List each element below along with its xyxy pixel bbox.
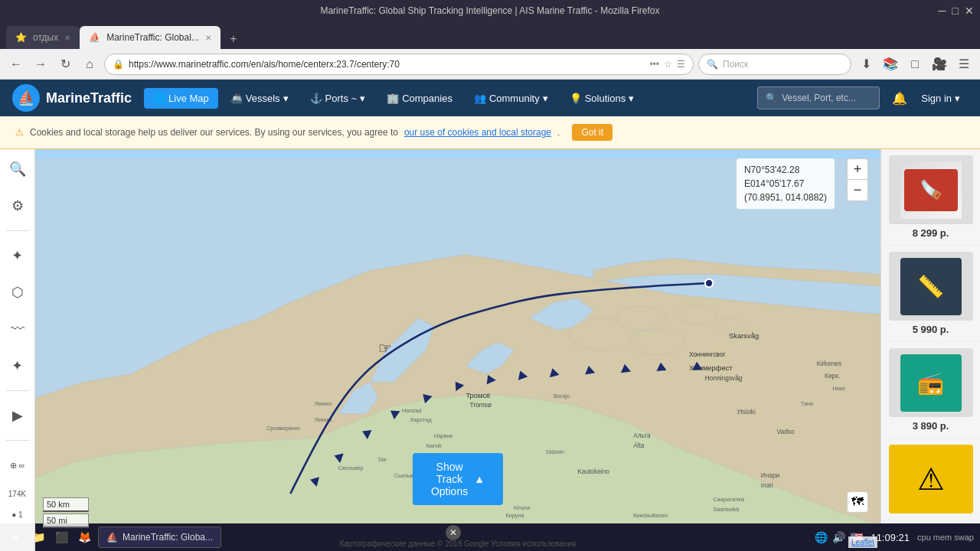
zoom-in-button[interactable]: +: [847, 158, 868, 180]
ad-image-2: 📏: [889, 252, 973, 321]
sign-in-button[interactable]: Sign in ▾: [913, 89, 968, 108]
ad-item-4[interactable]: ⚠: [881, 439, 980, 520]
track-options-icon: ▲: [474, 473, 485, 485]
window-controls[interactable]: ─ □ ✕: [939, 5, 974, 17]
new-tab-button[interactable]: +: [224, 29, 243, 49]
community-label: Community: [489, 93, 540, 104]
svg-text:Тана: Тана: [801, 400, 814, 407]
cookie-link[interactable]: our use of cookies and local storage: [404, 127, 551, 138]
bell-icon[interactable]: 🔔: [892, 91, 907, 106]
screenshot-icon[interactable]: 🎥: [929, 54, 949, 74]
forward-button[interactable]: →: [31, 54, 51, 74]
taskbar-firefox[interactable]: 🦊: [75, 528, 93, 546]
nav-ports[interactable]: ⚓ Ports ~ ▾: [301, 88, 375, 109]
close-btn[interactable]: ✕: [965, 5, 974, 17]
track-options-button[interactable]: Show Track Options ▲: [413, 453, 503, 505]
menu-icon[interactable]: ☰: [954, 54, 974, 74]
svg-text:Хоннингсвог: Хоннингсвог: [689, 350, 726, 358]
svg-text:Tromsø: Tromsø: [470, 401, 492, 409]
tab-отдых[interactable]: ⭐ отдых ✕: [6, 26, 80, 49]
leaflet-link[interactable]: Leaflet: [851, 538, 874, 546]
title-bar: MarineTraffic: Global Ship Tracking Inte…: [0, 0, 980, 21]
taskbar-network-icon[interactable]: 🌐: [815, 531, 828, 543]
left-sidebar: 🔍 ⚙ ✦ ⬡ 〰 ✦ ▶ ⊕ ∞ 174K ● 1: [0, 149, 35, 551]
map-container[interactable]: Хаммерфест Honningsvåg Skarsvåg Хоннингс…: [35, 149, 880, 551]
svg-text:Kautokeino: Kautokeino: [577, 468, 609, 475]
svg-point-3: [677, 305, 717, 324]
ad-item-1[interactable]: 🪚 8 299 р.: [881, 149, 980, 246]
sidebar-search[interactable]: 🔍: [5, 157, 30, 181]
home-button[interactable]: ⌂: [80, 54, 100, 74]
sidebar-broadcast[interactable]: ⊕ ∞: [5, 453, 30, 478]
logo-icon: ⛵: [12, 84, 40, 112]
svg-text:Kirkenes: Kirkenes: [817, 360, 841, 367]
app-logo[interactable]: ⛵ MarineTraffic: [12, 84, 132, 112]
sign-in-arrow: ▾: [955, 93, 960, 104]
nav-live-map[interactable]: 🌐 Live Map: [144, 88, 218, 109]
ports-icon: ⚓: [310, 93, 322, 104]
more-icon[interactable]: •••: [649, 59, 659, 70]
browser-search[interactable]: 🔍 Поиск: [698, 54, 851, 75]
vessels-icon: 🚢: [230, 93, 243, 104]
tab-favicon-2: ⛵: [89, 32, 100, 43]
sidebar-route[interactable]: 〰: [5, 317, 30, 341]
sidebar-layers[interactable]: ✦: [5, 243, 30, 268]
solutions-icon: 💡: [570, 93, 582, 104]
ad-image-3: 📻: [889, 348, 973, 417]
svg-text:Лекнес: Лекнес: [315, 400, 333, 407]
sidebar-divider-2: [6, 390, 29, 391]
url-text: https://www.marinetraffic.com/en/ais/hom…: [129, 59, 645, 70]
ad-item-2[interactable]: 📏 5 990 р.: [881, 246, 980, 342]
tab-close-1[interactable]: ✕: [64, 34, 70, 42]
nav-search-icon: 🔍: [766, 93, 777, 103]
sidebar-filter[interactable]: ⚙: [5, 194, 30, 218]
library-icon[interactable]: 📚: [880, 54, 900, 74]
svg-text:Уtsioki: Уtsioki: [737, 408, 756, 416]
sidebar-hexagon[interactable]: ⬡: [5, 280, 30, 305]
nav-end: 🔔 Sign in ▾: [892, 89, 968, 108]
ad-item-3[interactable]: 📻 3 890 р.: [881, 342, 980, 439]
svg-text:Skarsvåg: Skarsvåg: [729, 332, 759, 340]
read-icon[interactable]: ☰: [677, 59, 685, 70]
nav-community[interactable]: 👥 Community ▾: [465, 88, 557, 109]
bookmark-icon[interactable]: ☆: [664, 59, 672, 70]
ports-arrow: ▾: [360, 93, 365, 104]
reading-icon[interactable]: □: [905, 54, 925, 74]
sidebar-play[interactable]: ▶: [5, 403, 30, 428]
taskbar-volume-icon[interactable]: 🔊: [832, 531, 845, 543]
refresh-button[interactable]: ↻: [55, 54, 75, 74]
got-it-button[interactable]: Got it: [572, 124, 612, 141]
coord-lon: E014°05'17.67: [744, 177, 827, 191]
cookie-text: Cookies and local storage help us delive…: [30, 127, 398, 138]
nav-vessels[interactable]: 🚢 Vessels ▾: [221, 88, 298, 109]
live-map-label: Live Map: [168, 93, 209, 104]
download-icon[interactable]: ⬇: [856, 54, 876, 74]
track-close-button[interactable]: ✕: [446, 525, 461, 540]
map-layer-button[interactable]: 🗺: [847, 491, 868, 513]
sidebar-cluster[interactable]: ✦: [5, 354, 30, 378]
svg-text:Тромсё: Тромсё: [466, 392, 490, 399]
zoom-out-button[interactable]: −: [847, 180, 868, 201]
maximize-btn[interactable]: □: [952, 5, 959, 17]
tab-close-2[interactable]: ✕: [205, 34, 211, 42]
nav-solutions[interactable]: 💡 Solutions ▾: [560, 88, 643, 109]
ad-image-1: 🪚: [889, 155, 973, 224]
tab-marinetraffic[interactable]: ⛵ MarineTraffic: Global... ✕: [80, 26, 220, 49]
svg-text:Älta: Älta: [633, 442, 645, 449]
taskbar-terminal[interactable]: ⬛: [52, 528, 70, 546]
svg-text:Сьельв: Сьельв: [394, 472, 413, 479]
nav-companies[interactable]: 🏢 Companies: [377, 88, 462, 109]
taskbar-app-marinetraffic[interactable]: ⛵ MarineTraffic: Globa...: [98, 527, 221, 548]
warning-icon: ⚠: [15, 127, 24, 138]
map-zoom-controls: + −: [847, 158, 868, 201]
nav-search[interactable]: 🔍 Vessel, Port, etc...: [757, 86, 880, 109]
minimize-btn[interactable]: ─: [939, 5, 946, 17]
address-bar[interactable]: 🔒 https://www.marinetraffic.com/en/ais/h…: [104, 54, 694, 75]
taskbar-sys-label: cpu mem swap: [917, 533, 974, 542]
coords-display: N70°53'42.28 E014°05'17.67 (70.8951, 014…: [737, 158, 835, 209]
svg-text:Skibotn: Skibotn: [546, 448, 564, 455]
app-navbar: ⛵ MarineTraffic 🌐 Live Map 🚢 Vessels ▾ ⚓…: [0, 80, 980, 116]
leaflet-attribution: Leaflet: [848, 536, 877, 548]
taskbar-app-label: MarineTraffic: Globa...: [122, 532, 213, 543]
back-button[interactable]: ←: [6, 54, 26, 74]
